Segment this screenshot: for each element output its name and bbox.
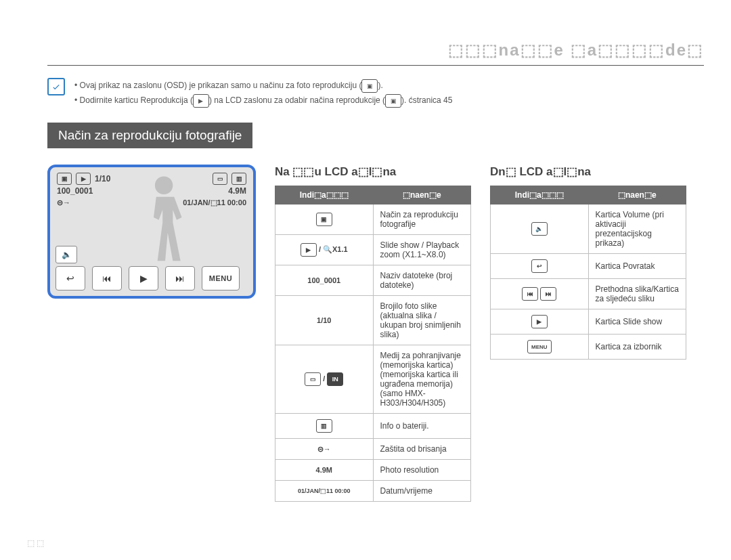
note-line-2: • Dodirnite karticu Reprodukcija (▶) na … — [74, 94, 452, 108]
prev-image-tab[interactable]: ⏮ — [92, 266, 122, 290]
protect-icon: ⊝→ — [317, 445, 331, 453]
table-row: 🔈Kartica Volume (pri aktivaciji prezenta… — [491, 204, 686, 254]
note-line-1: • Ovaj prikaz na zaslonu (OSD) je prikaz… — [74, 79, 452, 93]
table-row: ▶ / 🔍X1.1Slide show / Playback zoom (X1.… — [275, 235, 471, 265]
table-row: ⊝→Zaštita od brisanja — [275, 439, 471, 460]
next-icon: ⏭ — [540, 287, 556, 301]
battery-icon: ▥ — [231, 173, 246, 185]
table-row: ▥Info o bateriji. — [275, 414, 471, 439]
table-row: 01/JAN/⬚11 00:00Datum/vrijeme — [275, 481, 471, 502]
table-row: 1/10Brojilo foto slike (aktualna slika /… — [275, 296, 471, 345]
table-row: ▣Način za reprodukciju fotografije — [275, 204, 471, 235]
page-number: ⬚⬚ — [27, 538, 46, 548]
zoom-label: 🔍X1.1 — [323, 245, 348, 253]
table-row: MENUKartica za izbornik — [491, 335, 686, 360]
right-osd-table: Indi⬚a⬚⬚⬚ ⬚naen⬚e 🔈Kartica Volume (pri a… — [490, 186, 686, 360]
return-icon: ↩ — [531, 259, 548, 273]
photo-mode-icon: ▣ — [57, 173, 72, 185]
menu-tab[interactable]: MENU — [202, 266, 240, 290]
lcd-preview: ▣ ▶ 1/10 ▭ ▥ 100_0001 4.9M ⊝→ 01/JAN/⬚11… — [47, 165, 256, 299]
card-icon: ▭ — [213, 173, 227, 185]
photo-mode-icon: ▣ — [316, 213, 332, 226]
volume-tab[interactable]: 🔈 — [56, 246, 77, 263]
note-block: • Ovaj prikaz na zaslonu (OSD) je prikaz… — [47, 78, 704, 109]
left-subhead: Na ⬚⬚u LCD a⬚l⬚na — [275, 165, 471, 179]
next-image-tab[interactable]: ⏭ — [165, 266, 195, 290]
slideshow-icon: ▶ — [531, 315, 548, 328]
card-icon: ▭ — [305, 372, 321, 386]
protect-icon: ⊝→ — [57, 198, 70, 207]
lcd-counter: 1/10 — [95, 174, 110, 184]
photo-mode-icon: ▣ — [361, 79, 378, 93]
play-icon: ▶ — [301, 243, 317, 257]
table-row: ▭ / INMedij za pohranjivanje (memorijska… — [275, 345, 471, 414]
table-row: 100_0001Naziv datoteke (broj datoteke) — [275, 265, 471, 296]
return-tab[interactable]: ↩ — [56, 266, 85, 290]
left-th-meaning: ⬚naen⬚e — [373, 186, 471, 204]
right-th-meaning: ⬚naen⬚e — [588, 186, 686, 204]
play-icon: ▶ — [76, 173, 91, 185]
lcd-folder: 100_0001 — [57, 186, 93, 196]
chapter-title: ⬚⬚⬚na⬚⬚e ⬚a⬚⬚⬚⬚de⬚ — [47, 41, 704, 66]
menu-icon: MENU — [527, 340, 552, 353]
section-title: Način za reprodukciju fotografije — [47, 123, 252, 148]
left-osd-table: Indi⬚a⬚⬚⬚ ⬚naen⬚e ▣Način za reprodukciju… — [275, 186, 471, 502]
right-subhead: Dn⬚ LCD a⬚l⬚na — [490, 165, 686, 179]
play-tab-icon: ▶ — [193, 94, 209, 108]
table-row: ⏮ ⏭Prethodna slika/Kartica za sljedeću s… — [491, 279, 686, 309]
check-icon — [47, 78, 65, 95]
volume-icon: 🔈 — [531, 222, 548, 236]
table-row: ↩Kartica Povratak — [491, 254, 686, 279]
lcd-resolution: 4.9M — [228, 186, 246, 196]
battery-icon: ▥ — [316, 419, 332, 433]
right-th-indicator: Indi⬚a⬚⬚⬚ — [491, 186, 589, 204]
table-row: 4.9MPhoto resolution — [275, 460, 471, 481]
photo-mode-icon: ▣ — [385, 94, 401, 108]
prev-icon: ⏮ — [522, 287, 538, 301]
slideshow-tab[interactable]: ▶ — [129, 266, 158, 290]
left-th-indicator: Indi⬚a⬚⬚⬚ — [275, 186, 374, 204]
table-row: ▶Kartica Slide show — [491, 309, 686, 335]
internal-mem-icon: IN — [327, 372, 343, 386]
